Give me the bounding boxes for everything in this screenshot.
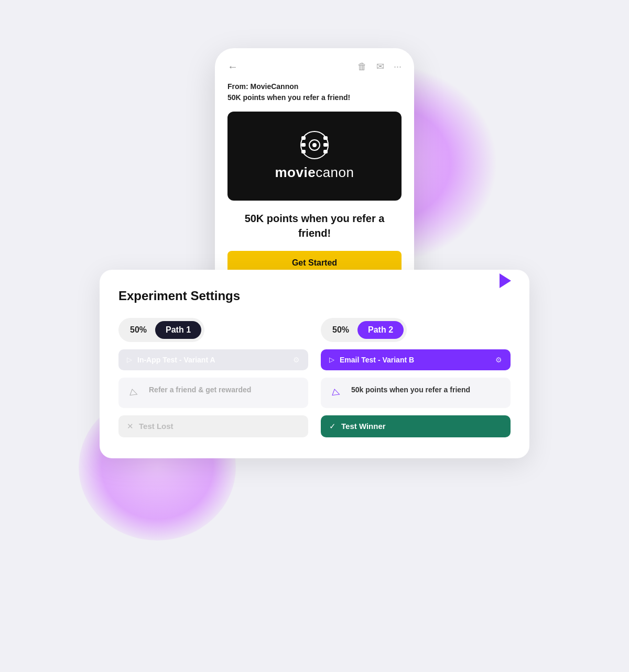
path2-status-row: ✓ Test Winner [321, 415, 511, 437]
main-container: ← 🗑 ✉ ··· From: MovieCannon 50K points w… [89, 48, 540, 624]
path2-status-text: Test Winner [341, 422, 386, 431]
back-arrow-icon[interactable]: ← [227, 61, 238, 73]
path1-variant-label: In-App Test - Variant A [137, 356, 215, 364]
svg-rect-6 [323, 143, 328, 147]
movie-brand-bold: movie [275, 164, 316, 180]
svg-rect-4 [301, 150, 306, 153]
mail-icon[interactable]: ✉ [376, 61, 384, 72]
path2-label: Path 2 [357, 321, 404, 339]
email-body: 50K points when you refer a friend! Get … [215, 211, 414, 275]
svg-rect-3 [301, 143, 306, 147]
paths-container: 50% Path 1 ▷ In-App Test - Variant A ⚙ ▷ [118, 318, 511, 437]
path2-percent: 50% [324, 322, 357, 338]
path2-column: 50% Path 2 ▷ Email Test - Variant B ⚙ ▷ [321, 318, 511, 437]
path1-label: Path 1 [155, 321, 201, 339]
path2-send-icon: ▷ [329, 356, 334, 363]
email-subject: 50K points when you refer a friend! [227, 92, 402, 103]
more-icon[interactable]: ··· [394, 61, 402, 72]
path2-msg-icon: ▷ [332, 386, 343, 399]
path1-pill: 50% Path 1 [118, 318, 204, 342]
path2-variant-left: ▷ Email Test - Variant B [329, 356, 414, 364]
path2-message-row: ▷ 50k points when you refer a friend [321, 378, 511, 408]
path1-status-text: Test Lost [139, 422, 173, 431]
movie-banner: moviecanon [227, 112, 402, 201]
path2-variant-label: Email Test - Variant B [340, 356, 414, 364]
svg-rect-5 [323, 136, 328, 140]
cursor-arrow [500, 273, 511, 288]
path1-send-icon: ▷ [127, 356, 132, 363]
movie-brand-name: moviecanon [275, 164, 354, 181]
svg-rect-7 [323, 150, 328, 153]
path2-gear-icon[interactable]: ⚙ [495, 356, 502, 364]
path1-message-text: Refer a friend & get rewarded [149, 385, 251, 395]
path2-status-icon: ✓ [329, 422, 336, 431]
path1-percent: 50% [122, 322, 155, 338]
email-from: From: MovieCannon [227, 81, 402, 92]
path1-variant-row[interactable]: ▷ In-App Test - Variant A ⚙ [118, 349, 308, 370]
path2-message-text: 50k points when you refer a friend [351, 385, 470, 395]
path1-gear-icon[interactable]: ⚙ [293, 356, 300, 364]
phone-header-icons: 🗑 ✉ ··· [357, 61, 402, 72]
path1-message-row: ▷ Refer a friend & get rewarded [118, 378, 308, 408]
experiment-title: Experiment Settings [118, 289, 511, 303]
path2-variant-row[interactable]: ▷ Email Test - Variant B ⚙ [321, 349, 511, 370]
path1-status-row: ✕ Test Lost [118, 415, 308, 437]
path1-column: 50% Path 1 ▷ In-App Test - Variant A ⚙ ▷ [118, 318, 308, 437]
path1-variant-left: ▷ In-App Test - Variant A [127, 356, 215, 364]
film-reel-icon [300, 131, 329, 159]
trash-icon[interactable]: 🗑 [357, 61, 367, 72]
path1-msg-icon-container: ▷ [127, 385, 143, 401]
path2-pill: 50% Path 2 [321, 318, 407, 342]
email-meta: From: MovieCannon 50K points when you re… [215, 81, 414, 112]
email-headline: 50K points when you refer a friend! [227, 211, 402, 240]
phone-header-left: ← [227, 61, 238, 73]
svg-rect-2 [301, 136, 306, 140]
svg-point-8 [312, 143, 317, 147]
path1-status-icon: ✕ [127, 422, 134, 431]
path2-msg-icon-container: ▷ [329, 385, 345, 401]
path1-msg-icon: ▷ [129, 386, 140, 399]
phone-header: ← 🗑 ✉ ··· [215, 48, 414, 81]
phone-mockup: ← 🗑 ✉ ··· From: MovieCannon 50K points w… [215, 48, 414, 291]
experiment-card: Experiment Settings 50% Path 1 ▷ In-App … [100, 270, 529, 458]
